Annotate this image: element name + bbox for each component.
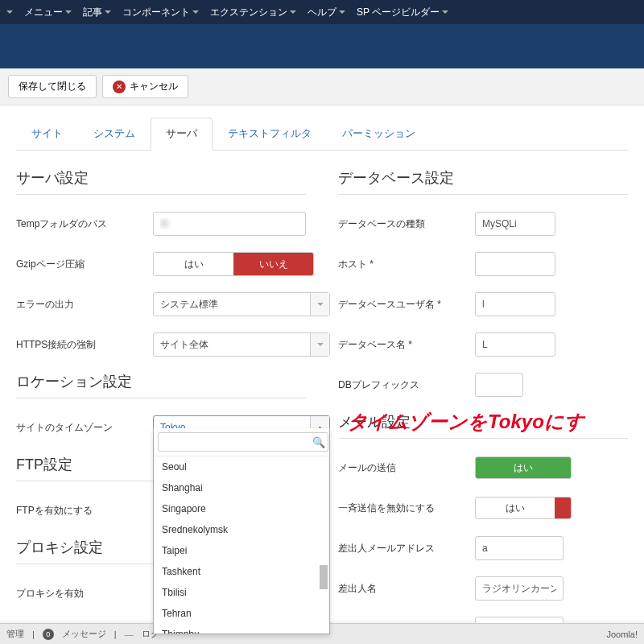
db-host-label: ホスト *	[338, 258, 475, 271]
temp-folder-label: Tempフォルダのパス	[16, 217, 153, 231]
tab-server[interactable]: サーバ	[151, 118, 213, 151]
list-item[interactable]: Srednekolymsk	[154, 519, 328, 540]
save-close-button[interactable]: 保存して閉じる	[8, 75, 97, 98]
list-item[interactable]: Seoul	[154, 456, 328, 477]
top-nav: メニュー 記事 コンポーネント エクステンション ヘルプ SP ページビルダー	[0, 0, 644, 24]
timezone-dropdown: 🔍 Seoul Shanghai Singapore Srednekolymsk…	[153, 428, 330, 634]
list-item[interactable]: Tbilisi	[154, 582, 328, 603]
gzip-toggle[interactable]: はい いいえ	[153, 252, 314, 276]
annotation-text: タイムゾーンをTokyoにす	[348, 409, 584, 435]
db-type-input[interactable]	[475, 212, 555, 236]
tab-site[interactable]: サイト	[16, 118, 78, 150]
cancel-icon: ✕	[113, 80, 126, 93]
https-label: HTTPS接続の強制	[16, 338, 153, 352]
list-item[interactable]: Shanghai	[154, 477, 328, 498]
mail-bulk-toggle[interactable]: はい	[475, 497, 572, 519]
message-count-badge: 0	[43, 629, 54, 640]
db-prefix-input[interactable]	[475, 373, 523, 397]
db-host-input[interactable]	[475, 252, 555, 276]
nav-extensions[interactable]: エクステンション	[210, 6, 296, 19]
footer-admin[interactable]: 管理	[6, 628, 24, 640]
cancel-button[interactable]: ✕ キャンセル	[102, 75, 188, 98]
timezone-label: サイトのタイムゾーン	[16, 421, 153, 435]
mail-send-label: メールの送信	[338, 461, 475, 475]
mail-send-toggle[interactable]: はい	[475, 456, 572, 479]
db-user-label: データベースユーザ名 *	[338, 298, 475, 312]
footer-brand: Joomla!	[606, 630, 638, 639]
proxy-enable-label: プロキシを有効	[16, 587, 153, 601]
toolbar: 保存して閉じる ✕ キャンセル	[0, 68, 644, 105]
list-item[interactable]: Tashkent	[154, 561, 328, 582]
tab-textfilter[interactable]: テキストフィルタ	[213, 118, 327, 150]
db-prefix-label: DBプレフィックス	[338, 378, 475, 392]
from-email-label: 差出人メールアドレス	[338, 542, 475, 555]
footer-messages[interactable]: メッセージ	[62, 628, 106, 640]
db-name-input[interactable]	[475, 332, 555, 357]
chevron-down-icon	[310, 333, 329, 356]
gzip-yes[interactable]: はい	[154, 253, 233, 275]
nav-menu[interactable]: メニュー	[24, 6, 72, 19]
nav-components[interactable]: コンポーネント	[122, 6, 199, 19]
dropdown-list[interactable]: Seoul Shanghai Singapore Srednekolymsk T…	[154, 456, 329, 634]
https-select[interactable]: サイト全体	[153, 332, 330, 357]
server-heading: サーバ設定	[16, 168, 306, 195]
db-name-label: データベース名 *	[338, 338, 475, 352]
gzip-no[interactable]: いいえ	[233, 253, 313, 275]
error-output-select[interactable]: システム標準	[153, 292, 330, 316]
list-item[interactable]: Tehran	[154, 603, 328, 624]
sub-header	[0, 24, 644, 68]
tabs: サイト システム サーバ テキストフィルタ パーミッション	[16, 118, 628, 151]
from-name-label: 差出人名	[338, 582, 475, 596]
caret-icon	[6, 10, 13, 14]
nav-sp-builder[interactable]: SP ページビルダー	[357, 6, 448, 19]
list-item[interactable]: Taipei	[154, 540, 328, 561]
right-column: データベース設定 データベースの種類 ホスト * データベースユーザ名 * デー…	[338, 168, 628, 644]
from-email-input[interactable]	[475, 536, 564, 560]
temp-folder-input[interactable]	[153, 212, 306, 236]
from-name-input[interactable]	[475, 576, 564, 601]
search-icon: 🔍	[312, 436, 325, 448]
scrollbar-thumb[interactable]	[320, 565, 328, 589]
db-heading: データベース設定	[338, 168, 628, 195]
gzip-label: Gzipページ圧縮	[16, 258, 153, 271]
nav-articles[interactable]: 記事	[83, 6, 111, 19]
db-user-input[interactable]	[475, 292, 555, 316]
chevron-down-icon	[310, 293, 329, 316]
list-item[interactable]: Singapore	[154, 498, 328, 519]
location-heading: ロケーション設定	[16, 372, 306, 398]
tab-permission[interactable]: パーミッション	[327, 118, 431, 150]
mail-bulk-label: 一斉送信を無効にする	[338, 502, 475, 515]
tab-system[interactable]: システム	[78, 118, 151, 150]
error-output-label: エラーの出力	[16, 298, 153, 312]
ftp-enable-label: FTPを有効にする	[16, 504, 153, 518]
list-item[interactable]: Thimphu	[154, 624, 328, 634]
dropdown-search-input[interactable]	[158, 432, 328, 452]
db-type-label: データベースの種類	[338, 217, 475, 231]
nav-help[interactable]: ヘルプ	[308, 6, 345, 19]
